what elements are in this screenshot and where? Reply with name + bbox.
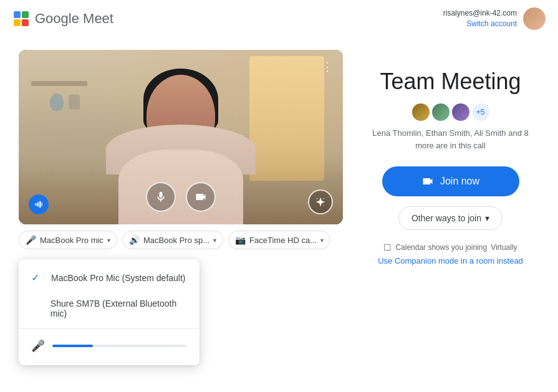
shelf-item-1 <box>50 93 64 111</box>
effects-sparkle-icon <box>315 196 326 208</box>
shelf <box>31 81 87 86</box>
video-controls <box>19 182 343 212</box>
camera-selector-label: FaceTime HD ca... <box>249 236 317 245</box>
dropdown-item-1-label: MacBook Pro Mic (System default) <box>51 273 186 283</box>
dropdown-item-2-label: Shure SM7B (External Bluetooth mic) <box>51 299 187 318</box>
participants-avatars-row: +5 <box>411 102 491 122</box>
svg-rect-0 <box>14 11 21 18</box>
other-ways-button[interactable]: Other ways to join ▾ <box>398 206 503 230</box>
google-meet-logo <box>12 10 30 27</box>
user-avatar[interactable] <box>523 7 546 30</box>
camera-chevron-icon: ▾ <box>320 237 324 244</box>
svg-rect-1 <box>22 11 29 18</box>
calendar-text: Calendar shows you joining <box>395 243 487 252</box>
dropdown-item-1[interactable]: ✓ MacBook Pro Mic (System default) <box>19 264 200 291</box>
other-ways-chevron-icon: ▾ <box>485 213 489 223</box>
app-name: Google Meet <box>35 11 113 27</box>
video-call-icon <box>421 175 434 188</box>
camera-button[interactable] <box>186 182 216 212</box>
video-more-options-button[interactable]: ⋮ <box>319 57 335 76</box>
dropdown-divider <box>19 328 200 329</box>
calendar-icon: ☐ <box>383 242 392 252</box>
calendar-info-row: ☐ Calendar shows you joining Virtually <box>383 242 517 252</box>
mic-dropdown: ✓ MacBook Pro Mic (System default) Shure… <box>19 259 200 365</box>
microphone-icon <box>155 191 167 203</box>
svg-point-9 <box>324 198 325 199</box>
speaker-chevron-icon: ▾ <box>213 237 216 244</box>
switch-account-link[interactable]: Switch account <box>466 19 517 28</box>
svg-point-10 <box>324 205 324 206</box>
avatar-image <box>523 7 546 30</box>
mic-level-bar <box>52 345 187 347</box>
companion-mode-link[interactable]: Use Companion mode in a room instead <box>378 256 523 265</box>
participant-avatar-1 <box>411 102 431 122</box>
check-icon-1: ✓ <box>31 272 44 284</box>
svg-rect-2 <box>14 19 21 26</box>
microphone-selector[interactable]: 🎤 MacBook Pro mic ▾ <box>19 231 117 249</box>
mic-level-fill <box>52 345 93 347</box>
mic-chevron-icon: ▾ <box>107 237 110 244</box>
app-header: Google Meet risalynes@ink-42.com Switch … <box>0 0 558 37</box>
account-area: risalynes@ink-42.com Switch account <box>443 7 546 30</box>
effects-button[interactable] <box>308 189 333 214</box>
svg-point-8 <box>317 198 318 199</box>
camera-selector-icon: 📷 <box>235 235 246 245</box>
participant-avatar-2 <box>431 102 451 122</box>
other-ways-label: Other ways to join <box>411 213 481 223</box>
speaker-selector-icon: 🔊 <box>129 235 140 245</box>
main-content: ⋮ <box>0 37 558 278</box>
meeting-title: Team Meeting <box>380 69 521 95</box>
right-panel: Team Meeting +5 Lena Thomlin, Ethan Smit… <box>368 50 533 265</box>
camera-icon <box>195 191 207 203</box>
camera-selector[interactable]: 📷 FaceTime HD ca... ▾ <box>228 231 330 249</box>
video-section: ⋮ <box>19 50 343 249</box>
shelf-item-2 <box>69 95 80 110</box>
microphone-button[interactable] <box>146 182 176 212</box>
mic-level-row: 🎤 <box>19 332 200 360</box>
speaker-selector-label: MacBook Pro sp... <box>143 236 209 245</box>
account-info: risalynes@ink-42.com Switch account <box>443 9 517 29</box>
mic-selector-icon: 🎤 <box>26 235 36 245</box>
participants-text: Lena Thomlin, Ethan Smith, Ali Smith and… <box>368 127 533 151</box>
account-email: risalynes@ink-42.com <box>443 9 517 17</box>
speaker-selector[interactable]: 🔊 MacBook Pro sp... ▾ <box>122 231 223 249</box>
logo-area: Google Meet <box>12 10 113 27</box>
video-preview: ⋮ <box>19 50 343 224</box>
virtually-text: Virtually <box>491 243 517 252</box>
participant-avatar-3 <box>451 102 471 122</box>
mic-level-icon: 🎤 <box>31 339 45 353</box>
svg-rect-3 <box>22 19 29 26</box>
device-selectors: 🎤 MacBook Pro mic ▾ 🔊 MacBook Pro sp... … <box>19 231 343 249</box>
join-now-label: Join now <box>440 176 479 187</box>
dropdown-item-2[interactable]: Shure SM7B (External Bluetooth mic) <box>19 291 200 326</box>
join-now-button[interactable]: Join now <box>382 166 519 196</box>
participants-plus-badge: +5 <box>471 102 491 122</box>
mic-selector-label: MacBook Pro mic <box>40 236 103 245</box>
